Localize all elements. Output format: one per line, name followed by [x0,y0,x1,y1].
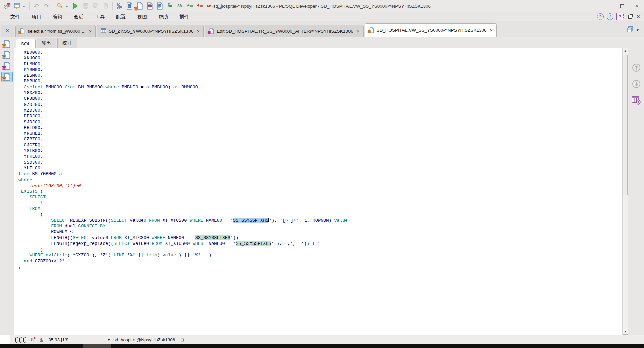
tab-sql-window[interactable]: select a.* from ss_yw0000 ... × [15,25,96,37]
tab-label: SD_ZY.SS_YW0000@NPSYHISZSK1306 [109,29,193,34]
undo-icon[interactable]: ↶ [32,2,41,10]
tab-trigger-edit[interactable]: Edit SD_HOSPITAL.TR_SS_YW0000_AFTER@NPSY… [205,25,363,37]
uppercase-icon[interactable]: ãA [175,2,184,10]
tab-close-icon[interactable]: × [490,27,493,33]
unindent-icon[interactable] [196,2,204,10]
commit-db-icon[interactable] [81,2,90,10]
sql-editor[interactable]: XB0000, XKH000, DLMM00, PYSM00, WBSM00, … [14,48,628,335]
toolbar-more-dropdown-icon[interactable]: ▾ [226,4,230,8]
subtab-statistics[interactable]: 统计 [57,38,77,48]
pin-icon[interactable] [178,337,185,343]
menu-edit[interactable]: 编辑 [47,13,68,21]
close-button[interactable]: × [629,1,644,11]
doc-db-orange-icon [19,28,25,34]
log-on-key-icon[interactable] [56,2,64,10]
tab-label: SD_HOSPITAL.VW_SS_YS0000@NPSYHISZSK1306 [377,28,487,33]
cursor-position: 35:93 [13] [48,337,68,342]
menu-file[interactable]: 文件 [5,13,26,21]
scroll-down-icon[interactable]: ▼ [623,329,628,335]
info-icon[interactable]: i [607,13,613,20]
editor-subtab-bar: SQL 输出 统计 [14,37,644,48]
session-name: sd_hospital@NpsyHisZsk1306 [113,337,175,342]
auto-refresh-icon[interactable]: ↻ [30,337,35,343]
vertical-scrollbar[interactable]: ▲ ▼ [622,48,628,335]
session-state-icon [15,337,26,343]
subtab-output[interactable]: 输出 [37,38,56,48]
log-on-dropdown-icon[interactable]: ⌄ [66,4,70,8]
editor-right-toolbar [628,48,644,335]
taskbar-tray-dots: ••• [634,345,638,347]
query-data-doc-db-icon[interactable] [135,2,144,10]
scroll-page-down-icon[interactable] [632,79,641,90]
sidebar-doc-db-gray-icon[interactable] [1,50,13,60]
rollback-db-icon[interactable] [91,2,100,10]
sidebar-doc-db-orange-icon[interactable] [1,39,13,49]
session-selector[interactable]: ▼ sd_hospital@NpsyHisZsk1306 [107,337,185,343]
menu-plugins[interactable]: 插件 [174,13,195,21]
indent-icon[interactable] [185,2,194,10]
window-list-dropdown-icon[interactable]: ▼ [636,28,639,32]
menu-project[interactable]: 项目 [26,13,47,21]
menu-bar: 文件 项目 编辑 会话 工具 配置 视图 帮助 插件 ? i ? × [0,12,644,21]
status-corner-box [0,335,10,344]
help-book-icon[interactable]: ? [616,13,623,20]
restore-button[interactable] [614,1,629,11]
menu-tools[interactable]: 工具 [89,13,110,21]
tab-table-window[interactable]: SD_ZY.SS_YW0000@NPSYHISZSK1306 × [97,25,204,37]
child-close-icon[interactable]: × [635,13,641,20]
os-taskbar[interactable]: ••• [0,344,644,348]
tab-label: Edit SD_HOSPITAL.TR_SS_YW0000_AFTER@NPSY… [217,29,353,34]
scrollbar-thumb[interactable] [623,55,628,195]
menu-configure[interactable]: 配置 [110,13,131,21]
new-window-icon[interactable] [13,2,21,10]
tab-view-active[interactable]: SD_HOSPITAL.VW_SS_YS0000@NPSYHISZSK1306 … [365,23,497,37]
title-bar: ⌄ ↶ ↷ ⌄ [0,0,644,12]
tab-close-icon[interactable]: × [197,28,200,34]
svg-text:Z: Z [217,6,219,9]
view-doc-icon[interactable] [155,2,164,10]
sidebar-doc-db-orange-selected-icon[interactable] [1,72,13,82]
doc-db-magenta-icon [209,28,214,34]
window-sidebar [0,37,14,335]
break-hand-icon[interactable] [101,2,110,10]
sort-az-icon[interactable]: AZ [216,2,224,10]
tab-close-icon[interactable]: × [357,28,360,34]
edit-data-doc-icon[interactable] [145,2,154,10]
session-dropdown-icon[interactable]: ▼ [107,338,110,342]
tab-label: select a.* from ss_yw0000 ... [28,29,86,34]
taskbar-app-segment[interactable] [83,344,111,348]
minimize-button[interactable]: – [600,1,614,11]
new-window-dropdown-icon[interactable]: ⌄ [23,4,27,8]
menu-view[interactable]: 视图 [131,13,153,21]
substitution-variable-icon: & [39,337,43,343]
doc-db-orange-icon [369,27,374,33]
window-list-icon[interactable] [627,26,633,34]
describe-doc-icon[interactable] [125,2,134,10]
lowercase-icon[interactable]: Ãa [165,2,174,10]
preferences-sliders-icon[interactable] [115,2,124,10]
execute-icon[interactable] [71,2,80,10]
tab-close-icon[interactable]: × [89,28,92,34]
menu-help[interactable]: 帮助 [153,13,174,21]
sidebar-doc-db-magenta-icon[interactable] [1,61,13,71]
subtab-sql[interactable]: SQL [16,39,36,48]
scroll-up-icon[interactable]: ▲ [623,48,628,54]
close-window-button[interactable]: × [1,25,14,37]
help-icon[interactable]: ? [597,13,604,20]
special-copy-icon[interactable]: Ab‚‹ [206,2,214,10]
status-bar: ↻ & 35:93 [13] ▼ sd_hospital@NpsyHisZsk1… [0,335,644,344]
scroll-page-up-icon[interactable] [632,63,641,74]
result-grid-icon[interactable] [631,96,641,107]
table-grid-icon [101,28,106,34]
child-restore-icon[interactable] [628,15,632,19]
redo-icon[interactable]: ↷ [42,2,51,10]
session-gear-db-icon[interactable] [3,2,11,10]
code-area[interactable]: XB0000, XKH000, DLMM00, PYSM00, WBSM00, … [14,48,622,335]
document-tab-bar: × select a.* from ss_yw0000 ... × SD_ZY.… [0,21,644,37]
menu-session[interactable]: 会话 [68,13,89,21]
